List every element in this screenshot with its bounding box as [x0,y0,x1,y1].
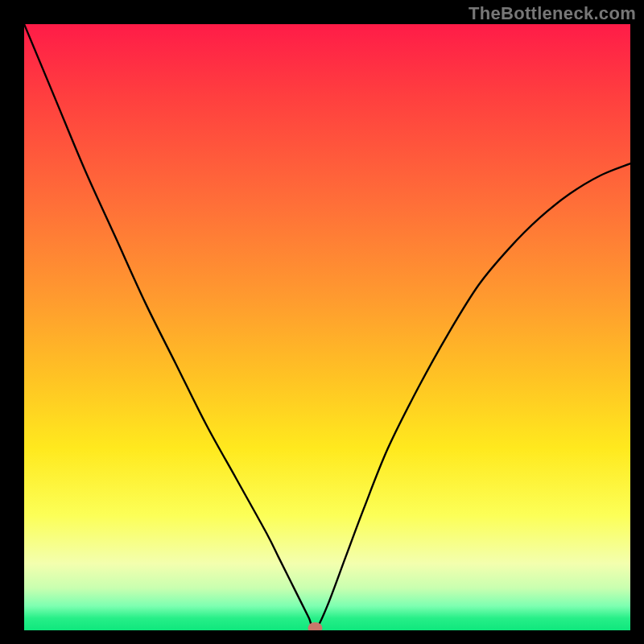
plot-area [24,24,630,630]
watermark-text: TheBottleneck.com [469,3,636,24]
curve-layer [24,24,630,630]
bottleneck-curve [24,24,630,630]
chart-frame: TheBottleneck.com [0,0,644,644]
